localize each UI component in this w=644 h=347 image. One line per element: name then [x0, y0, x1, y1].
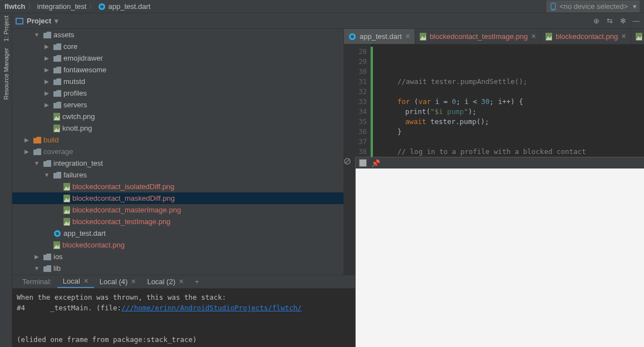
tab-label: app_test.dart: [360, 32, 402, 41]
tree-item[interactable]: blockedcontact_maskedDiff.png: [12, 192, 343, 204]
hide-icon[interactable]: —: [632, 17, 641, 26]
close-icon[interactable]: ✕: [405, 33, 410, 40]
tree-item[interactable]: ▶coverage: [12, 146, 343, 157]
tree-arrow[interactable]: ▶: [32, 254, 41, 260]
tree-item[interactable]: ▶fontawesome: [12, 64, 343, 76]
line-number[interactable]: 31: [345, 77, 367, 87]
tree-arrow[interactable]: ▶: [22, 137, 31, 143]
tree-item[interactable]: ▶servers: [12, 99, 343, 111]
tree-item[interactable]: ▼lib: [12, 262, 343, 274]
tree-item[interactable]: ▶core: [12, 41, 343, 52]
file-link[interactable]: ///home/erinn/AndroidStudioProjects/flwt…: [121, 304, 302, 312]
close-icon[interactable]: ✕: [131, 278, 136, 285]
tree-item[interactable]: ▼failures: [12, 169, 343, 181]
tree-item[interactable]: ▶profiles: [12, 87, 343, 99]
tree-arrow[interactable]: ▼: [42, 172, 51, 178]
collapse-icon[interactable]: ⇆: [605, 17, 614, 26]
line-number[interactable]: 37: [345, 137, 367, 147]
code-line[interactable]: //await tester.pumpAndSettle();: [382, 77, 644, 87]
tree-item[interactable]: blockedcontact_isolatedDiff.png: [12, 181, 343, 192]
line-number[interactable]: 35: [345, 117, 367, 127]
close-icon[interactable]: ✕: [179, 278, 184, 285]
project-tool-button[interactable]: 1: Project: [3, 16, 9, 41]
folder-icon: [53, 78, 61, 85]
line-number[interactable]: 28: [345, 47, 367, 57]
line-number[interactable]: 30: [345, 67, 367, 77]
project-tree[interactable]: ▼assets▶core▶emojidrawer▶fontawesome▶mut…: [12, 29, 344, 275]
line-number[interactable]: 36: [345, 127, 367, 137]
tree-arrow[interactable]: ▼: [32, 265, 41, 271]
tree-item[interactable]: ▶emojidrawer: [12, 52, 343, 64]
svg-point-23: [351, 35, 354, 38]
tree-item[interactable]: blockedcontact_testImage.png: [12, 216, 343, 227]
tree-item-label: blockedcontact_testImage.png: [72, 217, 170, 226]
code-line[interactable]: // log in to a profile with a blocked co…: [382, 147, 644, 157]
new-terminal-button[interactable]: +: [189, 277, 205, 286]
tree-arrow[interactable]: ▶: [42, 67, 51, 73]
line-number[interactable]: 34: [345, 107, 367, 117]
chevron-icon: 〉: [28, 2, 35, 12]
locate-icon[interactable]: ⊕: [592, 17, 601, 26]
tree-arrow[interactable]: ▶: [42, 102, 51, 108]
editor-tab[interactable]: blockedcontact_testImage.png✕: [415, 29, 541, 44]
tree-item[interactable]: app_test.dart: [12, 227, 343, 239]
tree-arrow[interactable]: ▶: [42, 78, 51, 85]
close-icon[interactable]: ✕: [531, 33, 536, 40]
line-number[interactable]: 38: [345, 147, 367, 157]
code-line[interactable]: [382, 87, 644, 97]
pin-icon[interactable]: 📌: [371, 159, 380, 167]
terminal-tab[interactable]: Local (2)✕: [141, 276, 189, 287]
editor-tab[interactable]: app_test.dart✕: [344, 29, 415, 44]
viewer-app-icon[interactable]: [359, 159, 367, 167]
tree-arrow[interactable]: ▼: [32, 32, 41, 38]
terminal-tab[interactable]: Local✕: [57, 275, 94, 288]
tree-item[interactable]: ▶mutstd: [12, 76, 343, 87]
tree-item[interactable]: ▶build: [12, 134, 343, 146]
code-line[interactable]: }: [382, 127, 644, 137]
buildfolder-icon: [33, 137, 41, 143]
terminal-tab[interactable]: Local (4)✕: [94, 276, 142, 287]
resource-manager-tool-button[interactable]: Resource Manager: [3, 48, 9, 100]
svg-point-19: [56, 232, 59, 235]
editor-tab[interactable]: blockedcontact.png✕: [541, 29, 631, 44]
tree-item[interactable]: ▼assets: [12, 29, 343, 41]
tree-item-label: fontawesome: [63, 66, 106, 74]
code-line[interactable]: for (var i = 0; i < 30; i++) {: [382, 97, 644, 107]
tree-item-label: coverage: [43, 147, 73, 156]
tree-arrow[interactable]: ▶: [42, 55, 51, 61]
tree-arrow[interactable]: ▶: [22, 148, 31, 155]
close-icon[interactable]: ✕: [621, 33, 626, 40]
device-selector[interactable]: <no device selected>: [547, 1, 640, 12]
settings-icon[interactable]: ✻: [618, 17, 627, 26]
editor-tab[interactable]: b: [631, 29, 644, 44]
tree-item[interactable]: cwtch.png: [12, 111, 343, 122]
image-viewer: 📌: [355, 157, 644, 347]
tree-item[interactable]: knott.png: [12, 122, 343, 134]
tree-item[interactable]: blockedcontact_masterImage.png: [12, 204, 343, 216]
tree-item[interactable]: ▶ios: [12, 251, 343, 262]
tree-item-label: profiles: [63, 89, 87, 97]
line-number[interactable]: 33: [345, 97, 367, 107]
tree-arrow[interactable]: ▶: [42, 43, 51, 49]
folder-icon: [43, 254, 51, 260]
close-icon[interactable]: ✕: [83, 277, 89, 285]
terminal-tab-label: Local (2): [147, 277, 175, 286]
tab-label: blockedcontact.png: [555, 32, 618, 41]
tree-item[interactable]: blockedcontact.png: [12, 239, 343, 251]
project-view-selector[interactable]: Project ▾: [16, 17, 58, 25]
code-line[interactable]: await tester.pump();: [382, 117, 644, 127]
tree-arrow[interactable]: ▼: [32, 160, 41, 166]
svg-point-1: [100, 5, 104, 8]
tree-item[interactable]: ▼integration_test: [12, 157, 343, 169]
tree-arrow[interactable]: ▶: [42, 90, 51, 96]
line-number[interactable]: 32: [345, 87, 367, 97]
breadcrumb-root[interactable]: flwtch: [4, 2, 26, 11]
code-line[interactable]: print("$i pump");: [382, 107, 644, 117]
imgfile-icon: [63, 183, 70, 191]
line-number[interactable]: 29: [345, 57, 367, 67]
breadcrumb-file[interactable]: app_test.dart: [98, 2, 150, 11]
imgfile-icon: [53, 113, 60, 121]
tree-item-label: build: [43, 136, 58, 144]
breadcrumb-folder[interactable]: integration_test: [37, 2, 87, 11]
code-line[interactable]: [382, 137, 644, 147]
